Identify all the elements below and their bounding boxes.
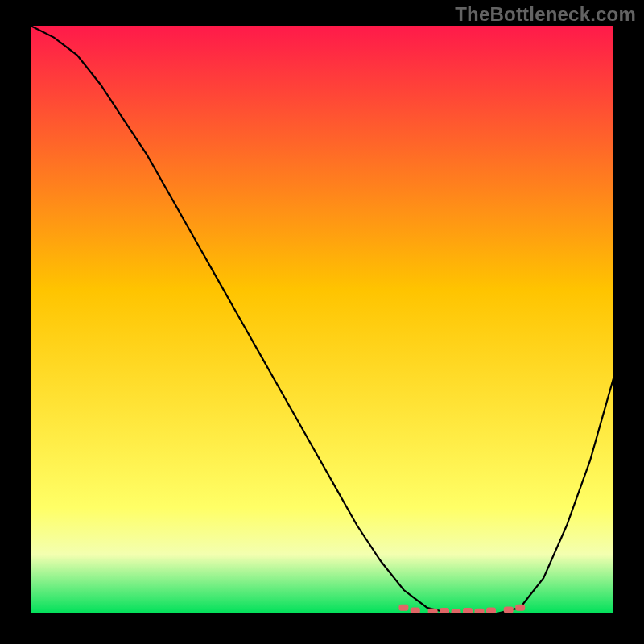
optimal-marker bbox=[428, 609, 438, 613]
optimal-marker bbox=[411, 607, 420, 613]
watermark-text: TheBottleneck.com bbox=[455, 3, 636, 26]
plot-area bbox=[31, 26, 613, 613]
optimal-marker bbox=[440, 608, 449, 613]
gradient-background bbox=[31, 26, 613, 613]
optimal-marker bbox=[486, 607, 496, 613]
chart-frame: TheBottleneck.com bbox=[0, 0, 644, 644]
optimal-marker bbox=[463, 608, 473, 613]
optimal-marker bbox=[398, 605, 408, 611]
chart-svg bbox=[31, 26, 613, 613]
optimal-marker bbox=[504, 607, 514, 613]
optimal-marker bbox=[515, 605, 525, 611]
optimal-marker bbox=[475, 609, 485, 613]
optimal-marker bbox=[452, 609, 461, 614]
